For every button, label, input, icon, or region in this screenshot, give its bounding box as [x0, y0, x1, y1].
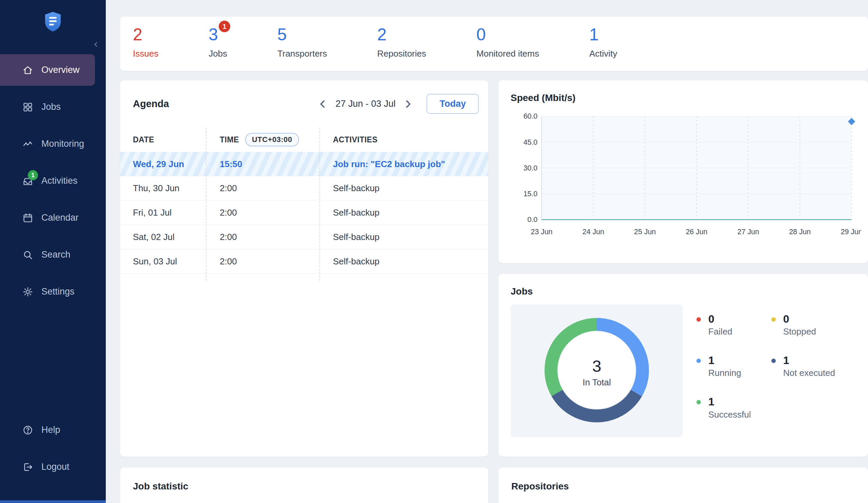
sidebar-item-label: Search	[41, 250, 71, 260]
speed-card-title: Speed (Mbit/s)	[510, 93, 861, 103]
app-logo[interactable]	[0, 0, 106, 33]
sidebar-item-label: Jobs	[41, 102, 61, 112]
legend-dot	[696, 359, 701, 363]
agenda-card: Agenda 27 Jun - 03 Jul Today	[120, 80, 488, 457]
stat-label: Activity	[589, 49, 617, 59]
jobs-card-title: Jobs	[510, 286, 856, 297]
agenda-activity: Self-backup	[319, 208, 488, 218]
agenda-time: 2:00	[206, 256, 319, 267]
column-header-time: TIME UTC+03:00	[206, 133, 319, 146]
stat-value: 0	[476, 26, 486, 43]
stat-issues[interactable]: 2Issues	[133, 26, 158, 71]
prev-week-button[interactable]	[316, 97, 330, 111]
svg-text:23 Jun: 23 Jun	[531, 228, 552, 236]
agenda-time: 2:00	[206, 232, 319, 242]
jobs-card-body: 3In Total 0Failed1Running1Successful0Sto…	[510, 304, 856, 437]
sidebar-item-overview[interactable]: Overview	[0, 54, 95, 86]
sidebar-item-logout[interactable]: Logout	[0, 451, 106, 483]
agenda-header: Agenda 27 Jun - 03 Jul Today	[120, 80, 488, 114]
column-separator	[319, 127, 320, 281]
gear-icon	[22, 286, 33, 297]
legend-value: 0	[783, 313, 816, 325]
svg-text:30.0: 30.0	[524, 164, 538, 172]
sidebar-item-help[interactable]: Help	[0, 414, 106, 446]
svg-text:28 Jun: 28 Jun	[789, 228, 811, 236]
legend-value: 1	[783, 355, 835, 366]
stat-label: Jobs	[208, 49, 227, 59]
stat-value: 5	[277, 26, 287, 43]
legend-label: Stopped	[783, 326, 816, 337]
jobs-donut-panel: 3In Total	[510, 304, 683, 437]
content-grid: Agenda 27 Jun - 03 Jul Today	[120, 80, 868, 503]
agenda-row[interactable]: Wed, 29 Jun15:50Job run: "EC2 backup job…	[120, 152, 488, 176]
legend-text: 0Stopped	[783, 313, 816, 337]
jobs-legend-stopped: 0Stopped	[771, 313, 835, 337]
pulse-icon	[22, 139, 33, 149]
legend-value: 1	[708, 396, 751, 408]
stat-transporters[interactable]: 5Transporters	[277, 26, 327, 71]
sidebar-item-search[interactable]: Search	[0, 239, 106, 271]
sidebar-item-monitoring[interactable]: Monitoring	[0, 128, 106, 160]
agenda-date: Sat, 02 Jul	[133, 232, 206, 242]
main-content: 2Issues31Jobs5Transporters2Repositories0…	[106, 0, 868, 503]
repositories-title: Repositories	[511, 481, 855, 492]
agenda-title: Agenda	[133, 98, 316, 109]
activities-badge: 1	[28, 170, 38, 180]
stat-repositories[interactable]: 2Repositories	[378, 26, 426, 71]
stat-monitored-items[interactable]: 0Monitored items	[476, 26, 539, 71]
sidebar-item-label: Overview	[41, 65, 80, 75]
column-header-date: DATE	[133, 135, 206, 144]
stat-jobs[interactable]: 31Jobs	[208, 26, 227, 71]
stat-label: Issues	[133, 49, 158, 59]
agenda-row: Sun, 03 Jul2:00Self-backup	[120, 250, 488, 274]
stat-activity[interactable]: 1Activity	[589, 26, 617, 71]
sidebar-item-jobs[interactable]: Jobs	[0, 91, 106, 123]
svg-text:24 Jun: 24 Jun	[582, 228, 604, 236]
agenda-table: DATE TIME UTC+03:00 ACTIVITIES Wed, 29 J…	[120, 127, 488, 274]
donut-total: 3	[592, 357, 601, 375]
sidebar-item-settings[interactable]: Settings	[0, 276, 106, 307]
job-statistic-card: Job statistic	[120, 468, 488, 503]
stat-badge: 1	[219, 21, 230, 32]
sidebar-collapse-icon[interactable]	[93, 41, 99, 49]
sidebar-item-calendar[interactable]: Calendar	[0, 202, 106, 233]
column-separator	[206, 127, 206, 281]
legend-label: Not executed	[783, 368, 835, 378]
legend-value: 1	[708, 355, 741, 366]
svg-text:27 Jun: 27 Jun	[737, 228, 759, 236]
agenda-row: Sat, 02 Jul2:00Self-backup	[120, 225, 488, 250]
today-button[interactable]: Today	[426, 94, 479, 114]
speed-line-chart: 0.015.030.045.060.023 Jun24 Jun25 Jun26 …	[510, 109, 861, 247]
jobs-donut-svg: 3In Total	[541, 314, 653, 426]
stat-value: 2	[133, 26, 142, 43]
legend-label: Running	[708, 368, 741, 378]
sidebar-item-activities[interactable]: 1Activities	[0, 165, 106, 197]
svg-text:60.0: 60.0	[524, 112, 538, 120]
legend-label: Failed	[708, 326, 732, 337]
agenda-rows: Wed, 29 Jun15:50Job run: "EC2 backup job…	[120, 152, 488, 274]
search-icon	[22, 250, 33, 260]
agenda-activity: Self-backup	[319, 256, 488, 267]
agenda-date: Sun, 03 Jul	[133, 256, 206, 267]
stat-label: Repositories	[378, 49, 426, 59]
timezone-pill[interactable]: UTC+03:00	[245, 133, 299, 146]
calendar-icon	[22, 212, 33, 223]
legend-dot	[696, 317, 701, 322]
legend-text: 1Successful	[708, 396, 751, 420]
agenda-time: 2:00	[206, 183, 319, 193]
sidebar: OverviewJobsMonitoring1ActivitiesCalenda…	[0, 0, 106, 503]
sidebar-item-label: Settings	[41, 286, 75, 297]
time-header-label: TIME	[220, 135, 239, 144]
agenda-row: Fri, 01 Jul2:00Self-backup	[120, 201, 488, 225]
jobs-card: Jobs 3In Total 0Failed1Running1Successfu…	[498, 274, 868, 457]
agenda-activity[interactable]: Job run: "EC2 backup job"	[319, 159, 488, 169]
agenda-table-header: DATE TIME UTC+03:00 ACTIVITIES	[120, 127, 488, 152]
agenda-row: Thu, 30 Jun2:00Self-backup	[120, 176, 488, 201]
repositories-card: Repositories	[498, 468, 868, 503]
next-week-button[interactable]	[401, 97, 415, 111]
stat-label: Transporters	[277, 49, 327, 59]
help-icon	[22, 425, 33, 436]
stat-value: 31	[208, 26, 218, 43]
sidebar-item-label: Monitoring	[41, 139, 84, 149]
sidebar-item-label: Calendar	[41, 212, 79, 223]
